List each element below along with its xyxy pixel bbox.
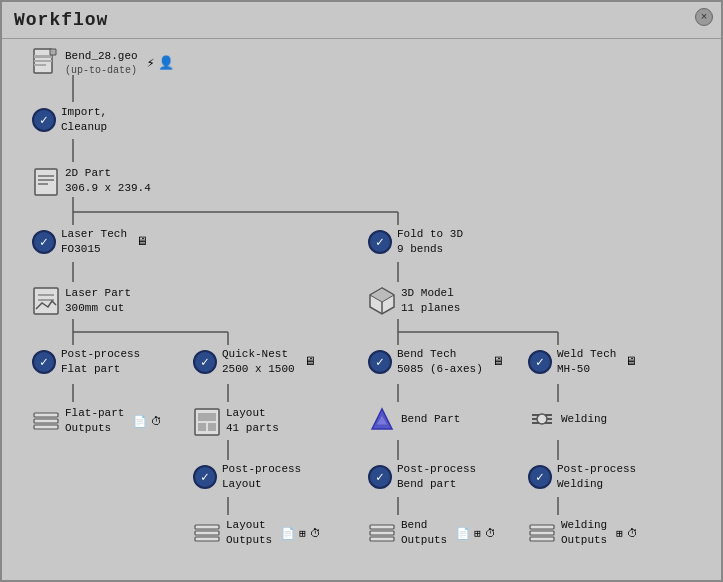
- monitor-icon: 🖥: [136, 234, 148, 249]
- svg-rect-59: [530, 531, 554, 535]
- svg-rect-45: [198, 413, 216, 421]
- post-layout-node[interactable]: ✓ Post-process Layout: [193, 462, 301, 492]
- stack-icon-3: 📄: [456, 527, 470, 540]
- flat-outputs-node[interactable]: Flat-part Outputs 📄 ⏱: [32, 405, 162, 437]
- stack-icon-2: 📄: [281, 527, 295, 540]
- svg-rect-41: [34, 413, 58, 417]
- bend-part-label: Bend Part: [401, 412, 460, 427]
- laser-tech-node[interactable]: ✓ Laser Tech FO3015 🖥: [32, 227, 148, 257]
- grid-icon-3: ⊞: [616, 527, 623, 540]
- part-2d-node[interactable]: 2D Part 306.9 x 239.4: [32, 165, 151, 197]
- clock-icon-3: ⏱: [485, 527, 496, 540]
- monitor-icon-3: 🖥: [492, 354, 504, 369]
- bend-tech-status: ✓: [368, 350, 392, 374]
- layout-label: Layout 41 parts: [226, 406, 279, 436]
- quick-nest-label: Quick-Nest 2500 x 1500: [222, 347, 295, 377]
- post-weld-status: ✓: [528, 465, 552, 489]
- close-button[interactable]: ×: [695, 8, 713, 26]
- bend-part-node[interactable]: Bend Part: [368, 405, 460, 433]
- monitor-icon-2: 🖥: [304, 354, 316, 369]
- fold-3d-node[interactable]: ✓ Fold to 3D 9 bends: [368, 227, 463, 257]
- svg-rect-28: [34, 60, 52, 62]
- bend-tech-node[interactable]: ✓ Bend Tech 5085 (6-axes) 🖥: [368, 347, 504, 377]
- fold-3d-status: ✓: [368, 230, 392, 254]
- laser-part-icon: [32, 285, 60, 317]
- svg-rect-32: [38, 175, 54, 177]
- svg-rect-42: [34, 419, 58, 423]
- workflow-tree: Bend_28.geo (up-to-date) ⚡ 👤 ✓ Import, C…: [18, 47, 708, 567]
- bend-outputs-node[interactable]: Bend Outputs 📄 ⊞ ⏱: [368, 517, 496, 549]
- post-layout-status: ✓: [193, 465, 217, 489]
- svg-rect-56: [370, 531, 394, 535]
- svg-rect-52: [195, 525, 219, 529]
- svg-rect-34: [38, 183, 48, 185]
- clock-icon-4: ⏱: [627, 527, 638, 540]
- laser-part-node[interactable]: Laser Part 300mm cut: [32, 285, 131, 317]
- import-label: Import, Cleanup: [61, 105, 107, 135]
- workflow-window: Workflow ×: [0, 0, 723, 582]
- weld-tech-status: ✓: [528, 350, 552, 374]
- welding-node[interactable]: Welding: [528, 405, 607, 433]
- quick-nest-status: ✓: [193, 350, 217, 374]
- welding-output-tools: ⊞ ⏱: [616, 527, 638, 540]
- bend-part-icon: [368, 405, 396, 433]
- post-bend-label: Post-process Bend part: [397, 462, 476, 492]
- svg-rect-58: [530, 525, 554, 529]
- laser-tech-label: Laser Tech FO3015: [61, 227, 127, 257]
- layout-outputs-label: Layout Outputs: [226, 518, 272, 548]
- model-3d-label: 3D Model 11 planes: [401, 286, 460, 316]
- flat-outputs-label: Flat-part Outputs: [65, 406, 124, 436]
- welding-outputs-node[interactable]: Welding Outputs ⊞ ⏱: [528, 517, 638, 549]
- svg-rect-46: [198, 423, 206, 431]
- grid-icon-2: ⊞: [474, 527, 481, 540]
- layout-output-tools: 📄 ⊞ ⏱: [281, 527, 321, 540]
- part-2d-label: 2D Part 306.9 x 239.4: [65, 166, 151, 196]
- svg-rect-33: [38, 179, 54, 181]
- flat-outputs-icon: [32, 405, 60, 437]
- import-status: ✓: [32, 108, 56, 132]
- layout-node[interactable]: Layout 41 parts: [193, 405, 279, 437]
- welding-outputs-icon: [528, 517, 556, 549]
- svg-rect-57: [370, 537, 394, 541]
- svg-rect-54: [195, 537, 219, 541]
- import-node[interactable]: ✓ Import, Cleanup: [32, 105, 107, 135]
- quick-nest-node[interactable]: ✓ Quick-Nest 2500 x 1500 🖥: [193, 347, 316, 377]
- post-weld-node[interactable]: ✓ Post-process Welding: [528, 462, 636, 492]
- flat-output-tools: 📄 ⏱: [133, 415, 162, 428]
- post-flat-label: Post-process Flat part: [61, 347, 140, 377]
- post-flat-status: ✓: [32, 350, 56, 374]
- bend-outputs-label: Bend Outputs: [401, 518, 447, 548]
- bend-output-tools: 📄 ⊞ ⏱: [456, 527, 496, 540]
- file-icon: [32, 47, 60, 79]
- weld-tech-label: Weld Tech MH-50: [557, 347, 616, 377]
- weld-tech-node[interactable]: ✓ Weld Tech MH-50 🖥: [528, 347, 637, 377]
- post-bend-node[interactable]: ✓ Post-process Bend part: [368, 462, 476, 492]
- svg-marker-30: [50, 49, 56, 55]
- laser-tech-status: ✓: [32, 230, 56, 254]
- post-weld-label: Post-process Welding: [557, 462, 636, 492]
- svg-rect-27: [34, 55, 52, 58]
- bend-file-tools: ⚡ 👤: [147, 55, 175, 71]
- model-3d-node[interactable]: 3D Model 11 planes: [368, 285, 460, 317]
- welding-label: Welding: [561, 412, 607, 427]
- svg-rect-60: [530, 537, 554, 541]
- window-title: Workflow: [14, 10, 108, 30]
- layout-outputs-icon: [193, 517, 221, 549]
- post-layout-label: Post-process Layout: [222, 462, 301, 492]
- fold-3d-label: Fold to 3D 9 bends: [397, 227, 463, 257]
- welding-icon: [528, 405, 556, 433]
- bend-file-node[interactable]: Bend_28.geo (up-to-date) ⚡ 👤: [32, 47, 174, 79]
- stack-icon: 📄: [133, 415, 147, 428]
- bend-outputs-icon: [368, 517, 396, 549]
- svg-rect-55: [370, 525, 394, 529]
- monitor-icon-4: 🖥: [625, 354, 637, 369]
- svg-rect-31: [35, 169, 57, 195]
- layout-icon: [193, 405, 221, 437]
- bend-file-label: Bend_28.geo (up-to-date): [65, 49, 138, 77]
- part-2d-icon: [32, 165, 60, 197]
- title-bar: Workflow ×: [2, 2, 721, 39]
- post-flat-node[interactable]: ✓ Post-process Flat part: [32, 347, 140, 377]
- person-icon: 👤: [158, 55, 174, 71]
- svg-rect-43: [34, 425, 58, 429]
- layout-outputs-node[interactable]: Layout Outputs 📄 ⊞ ⏱: [193, 517, 321, 549]
